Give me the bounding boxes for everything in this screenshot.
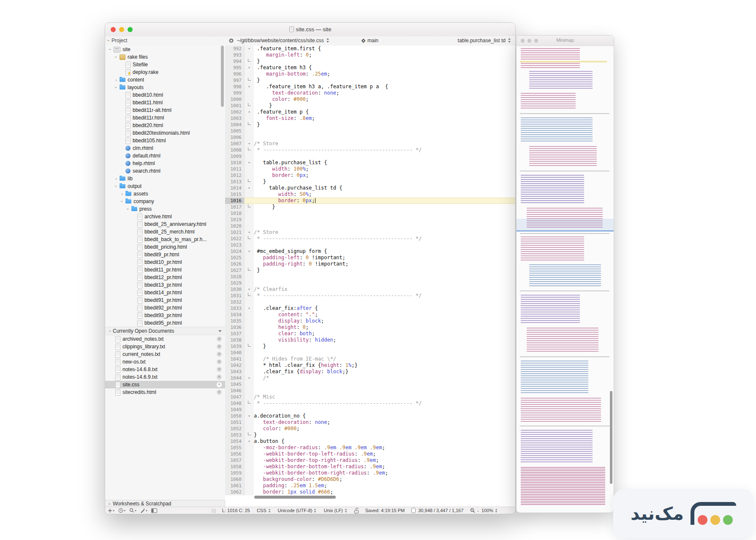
code-line-1044[interactable]: 1044▾ /* (225, 375, 515, 381)
tree-item-deploy-rake[interactable]: deploy.rake (105, 68, 225, 76)
code-line-1026[interactable]: 1026 padding-right: 0 !important; (225, 261, 515, 267)
code-line-1008[interactable]: 1008 * ---------------------------------… (225, 147, 515, 153)
gear-icon[interactable] (228, 38, 234, 45)
fold-close-icon[interactable] (245, 58, 254, 65)
minimap-title-bar[interactable]: Minimap (517, 35, 614, 46)
add-item-button[interactable]: ▾ (108, 508, 114, 513)
code-line-1058[interactable]: 1058 -webkit-border-bottom-left-radius: … (225, 464, 515, 470)
unlock-icon[interactable] (354, 508, 359, 513)
code-line-1011[interactable]: 1011 width: 100%; (225, 166, 515, 172)
fold-close-icon[interactable] (245, 343, 254, 350)
code-line-1050[interactable]: 1050▾a.decoration_no { (225, 413, 515, 419)
zoom-level-popup[interactable]: 100% (481, 508, 498, 513)
tree-item-bbedit20testimonials-html[interactable]: bbedit20testimonials.html (105, 129, 225, 137)
code-line-1005[interactable]: 1005 (225, 128, 515, 134)
fold-open-icon[interactable]: ▾ (245, 375, 254, 381)
tree-item-help-rhtml[interactable]: help.rhtml (105, 160, 225, 167)
code-line-1034[interactable]: 1034 content: "."; (225, 312, 515, 318)
zoom-out-icon[interactable]: - (470, 508, 479, 513)
disclosure-closed-icon[interactable]: › (114, 77, 119, 82)
code-line-1048[interactable]: 1048 * ---------------------------------… (225, 400, 515, 407)
tree-item-bbedit13-pr-html[interactable]: bbedit13_pr.html (105, 281, 225, 289)
disclosure-open-icon[interactable]: › (114, 184, 119, 189)
minimap-viewport[interactable] (517, 219, 614, 231)
open-doc-notes-14-6-8-txt[interactable]: notes-14.6.8.txt✕ (105, 366, 225, 373)
code-line-1007[interactable]: 1007▾/* Store (225, 141, 515, 147)
tree-item-bbedit-25-merch-html[interactable]: bbedit_25_merch.html (105, 228, 225, 236)
tree-item-bbedit-25-anniversary-html[interactable]: bbedit_25_anniversary.html (105, 220, 225, 228)
code-line-1041[interactable]: 1041 /* Hides from IE-mac \*/ (225, 356, 515, 362)
fold-close-icon[interactable] (245, 122, 254, 128)
close-icon[interactable]: ✕ (217, 374, 222, 380)
disclosure-open-icon[interactable]: › (125, 206, 131, 212)
code-line-1059[interactable]: 1059 -webkit-border-bottom-right-radius:… (225, 470, 515, 476)
code-line-1017[interactable]: 1017 } (225, 204, 515, 210)
code-line-1052[interactable]: 1052 color: #000; (225, 426, 515, 432)
code-line-1040[interactable]: 1040 (225, 350, 515, 356)
file-path-popup[interactable]: ~/git/bbsw/website/content/css/site.css (237, 38, 329, 43)
tree-item-bbedit11r-alt-html[interactable]: bbedit11r-alt.html (105, 106, 225, 114)
tree-item-sitefile[interactable]: Sitefile (105, 61, 225, 68)
code-line-1030[interactable]: 1030▾/* Clearfix (225, 286, 515, 293)
code-line-1013[interactable]: 1013 } (225, 179, 515, 185)
close-icon[interactable]: ✕ (217, 352, 222, 357)
code-line-1046[interactable]: 1046 (225, 388, 515, 394)
fold-close-icon[interactable] (245, 103, 254, 109)
fold-open-icon[interactable]: ▾ (245, 84, 254, 90)
fold-open-icon[interactable]: ▾ (245, 109, 254, 115)
code-line-1002[interactable]: 1002▾ .feature_item p { (225, 109, 515, 115)
tree-item-bbedit12-pr-html[interactable]: bbedit12_pr.html (105, 274, 225, 281)
fold-close-icon[interactable] (245, 267, 254, 274)
code-line-1000[interactable]: 1000 color: #000; (225, 96, 515, 103)
splitter-handle[interactable]: ||| (212, 508, 216, 513)
code-line-1003[interactable]: 1003 font-size: .8em; (225, 115, 515, 122)
open-doc-new-os-txt[interactable]: new-os.txt✕ (105, 358, 225, 366)
tree-item-output[interactable]: ›output (105, 182, 225, 190)
horizontal-scrollbar[interactable] (254, 496, 336, 499)
close-icon[interactable]: ✕ (217, 336, 222, 342)
code-line-1021[interactable]: 1021▾/* Store (225, 229, 515, 236)
code-line-1027[interactable]: 1027 } (225, 267, 515, 274)
code-line-1054[interactable]: 1054▾a.button { (225, 438, 515, 445)
disclosure-closed-icon[interactable]: › (114, 176, 119, 181)
fold-open-icon[interactable]: ▾ (245, 286, 254, 293)
fold-open-icon[interactable]: ▾ (245, 438, 254, 445)
chevron-down-icon[interactable] (218, 330, 222, 332)
open-doc-notes-14-6-9-txt[interactable]: notes-14.6.9.txt✕ (105, 373, 225, 381)
close-icon[interactable]: ✕ (217, 390, 222, 395)
fold-open-icon[interactable]: ▾ (245, 141, 254, 147)
tree-item-company[interactable]: ›company (105, 198, 225, 205)
code-line-1039[interactable]: 1039 } (225, 343, 515, 350)
tree-item-bbedit10-pr-html[interactable]: bbedit10_pr.html (105, 258, 225, 266)
open-doc-clippings-library-txt[interactable]: clippings_library.txt✕ (105, 343, 225, 350)
code-line-1031[interactable]: 1031 * ---------------------------------… (225, 293, 515, 299)
code-line-999[interactable]: 999 text-decoration: none; (225, 90, 515, 96)
fold-close-icon[interactable] (245, 179, 254, 185)
tree-item-archive-html[interactable]: archive.html (105, 213, 225, 220)
tree-item-bbedit11-pr-html[interactable]: bbedit11_pr.html (105, 266, 225, 274)
code-line-1038[interactable]: 1038 visibility: hidden; (225, 337, 515, 343)
fold-close-icon[interactable] (245, 432, 254, 438)
code-line-1045[interactable]: 1045 (225, 381, 515, 388)
code-line-1009[interactable]: 1009 (225, 153, 515, 160)
fold-close-icon[interactable] (245, 236, 254, 242)
code-line-1037[interactable]: 1037 clear: both; (225, 331, 515, 337)
code-line-1032[interactable]: 1032 (225, 299, 515, 305)
fold-open-icon[interactable]: ▾ (245, 413, 254, 419)
code-line-992[interactable]: 992▾ .feature_item.first { (225, 46, 515, 52)
open-doc-archived-notes-txt[interactable]: archived_notes.txt✕ (105, 335, 225, 343)
tree-item-bbedit9-pr-html[interactable]: bbedit9_pr.html (105, 251, 225, 258)
close-icon[interactable]: ✕ (217, 382, 222, 387)
code-line-1001[interactable]: 1001 } (225, 103, 515, 109)
tree-item-assets[interactable]: ›assets (105, 190, 225, 198)
line-ending-popup[interactable]: Unix (LF) (324, 508, 347, 513)
code-line-1049[interactable]: 1049 (225, 407, 515, 413)
open-documents-header[interactable]: › Currently Open Documents (105, 327, 225, 335)
code-editor[interactable]: 992▾ .feature_item.first {993 margin-lef… (225, 46, 515, 500)
encoding-popup[interactable]: Unicode (UTF-8) (278, 508, 317, 513)
close-icon[interactable]: ✕ (217, 367, 222, 372)
close-icon[interactable]: ✕ (217, 359, 222, 364)
code-line-1053[interactable]: 1053} (225, 432, 515, 438)
code-line-1033[interactable]: 1033▾ .clear_fix:after { (225, 305, 515, 312)
git-branch-popup[interactable]: main (362, 38, 378, 43)
